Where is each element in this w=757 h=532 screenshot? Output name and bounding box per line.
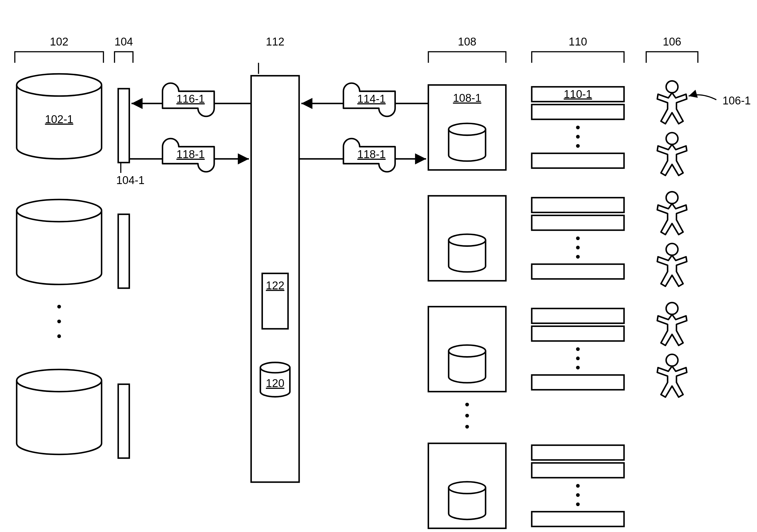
box-first-label: 108-1 bbox=[453, 92, 481, 104]
svg-point-5 bbox=[449, 123, 486, 135]
column-bracket bbox=[114, 52, 133, 63]
svg-rect-18 bbox=[532, 309, 624, 324]
ellipsis-dot bbox=[576, 503, 580, 506]
bar-first-label: 104-1 bbox=[116, 174, 145, 186]
svg-rect-16 bbox=[532, 215, 624, 230]
svg-rect-14 bbox=[532, 153, 624, 168]
inner-module-label: 122 bbox=[266, 279, 284, 292]
svg-rect-20 bbox=[532, 375, 624, 390]
column-header: 104 bbox=[114, 36, 133, 48]
svg-point-9 bbox=[449, 345, 486, 357]
ellipsis-dot bbox=[576, 347, 580, 351]
adapter-bar bbox=[118, 384, 130, 458]
svg-rect-13 bbox=[532, 105, 624, 119]
svg-point-27 bbox=[666, 243, 678, 256]
ellipsis-dot bbox=[465, 414, 469, 418]
svg-point-0 bbox=[16, 74, 102, 96]
ellipsis-dot bbox=[576, 144, 580, 148]
adapter-bar bbox=[118, 89, 130, 163]
flow-scroll-label: 116-1 bbox=[176, 93, 205, 105]
flow-scroll-label: 114-1 bbox=[357, 93, 386, 105]
ellipsis-dot bbox=[465, 403, 469, 407]
column-header: 106 bbox=[663, 36, 681, 48]
ellipsis-dot bbox=[57, 305, 61, 309]
ellipsis-dot bbox=[576, 246, 580, 249]
column-header: 110 bbox=[569, 36, 587, 48]
ellipsis-dot bbox=[576, 135, 580, 139]
svg-point-28 bbox=[666, 302, 678, 314]
stack-first-label: 110-1 bbox=[564, 88, 592, 100]
svg-point-29 bbox=[666, 354, 678, 366]
small-cylinder-icon bbox=[449, 234, 486, 272]
svg-rect-17 bbox=[532, 264, 624, 279]
cylinder-first-label: 102-1 bbox=[45, 113, 73, 125]
ellipsis-dot bbox=[576, 357, 580, 360]
column-bracket bbox=[532, 52, 624, 63]
column-bracket bbox=[15, 52, 104, 63]
svg-point-11 bbox=[449, 482, 486, 494]
svg-point-7 bbox=[449, 234, 486, 246]
ellipsis-dot bbox=[576, 493, 580, 497]
svg-point-3 bbox=[260, 362, 290, 373]
ellipsis-dot bbox=[576, 236, 580, 240]
svg-rect-22 bbox=[532, 463, 624, 478]
svg-point-25 bbox=[666, 133, 678, 145]
svg-point-24 bbox=[666, 81, 678, 93]
small-cylinder-icon bbox=[449, 482, 486, 519]
storage-cylinder bbox=[16, 369, 102, 454]
svg-rect-23 bbox=[532, 512, 624, 526]
person-first-leader bbox=[689, 95, 716, 100]
person-icon bbox=[657, 354, 687, 397]
ellipsis-dot bbox=[57, 334, 61, 338]
ellipsis-dot bbox=[576, 255, 580, 259]
svg-point-2 bbox=[16, 369, 102, 392]
ellipsis-dot bbox=[576, 484, 580, 488]
column-header: 108 bbox=[458, 36, 476, 48]
svg-point-1 bbox=[16, 200, 102, 222]
svg-rect-19 bbox=[532, 326, 624, 341]
svg-point-26 bbox=[666, 192, 678, 203]
ellipsis-dot bbox=[465, 425, 469, 429]
ellipsis-dot bbox=[576, 366, 580, 369]
storage-cylinder bbox=[16, 200, 102, 284]
svg-rect-15 bbox=[532, 198, 624, 213]
person-icon bbox=[657, 133, 687, 175]
column-header: 112 bbox=[266, 36, 284, 48]
person-first-label: 106-1 bbox=[723, 95, 751, 107]
small-cylinder-icon bbox=[449, 123, 486, 161]
svg-rect-21 bbox=[532, 445, 624, 460]
person-icon bbox=[657, 243, 687, 286]
small-cylinder-icon bbox=[449, 345, 486, 383]
diagram-canvas: 102104112108110106 102-1 104-1 122120 10… bbox=[0, 0, 757, 532]
node-box bbox=[429, 196, 506, 281]
node-box: 108-1 bbox=[429, 85, 506, 170]
column-header: 102 bbox=[50, 36, 68, 48]
record-stack: 110-1 bbox=[532, 87, 624, 168]
person-icon bbox=[657, 81, 687, 124]
ellipsis-dot bbox=[576, 126, 580, 130]
inner-cyl-label: 120 bbox=[266, 377, 284, 390]
flow-scroll-label: 118-1 bbox=[176, 148, 205, 160]
record-stack bbox=[532, 445, 624, 526]
flow-scroll-label: 118-1 bbox=[357, 148, 386, 160]
adapter-bar bbox=[118, 214, 130, 288]
ellipsis-dot bbox=[57, 320, 61, 324]
column-bracket bbox=[429, 52, 506, 63]
node-box bbox=[429, 306, 506, 391]
column-bracket bbox=[646, 52, 698, 63]
node-box bbox=[429, 443, 506, 528]
record-stack bbox=[532, 309, 624, 390]
person-icon bbox=[657, 192, 687, 235]
person-icon bbox=[657, 302, 687, 345]
record-stack bbox=[532, 198, 624, 279]
